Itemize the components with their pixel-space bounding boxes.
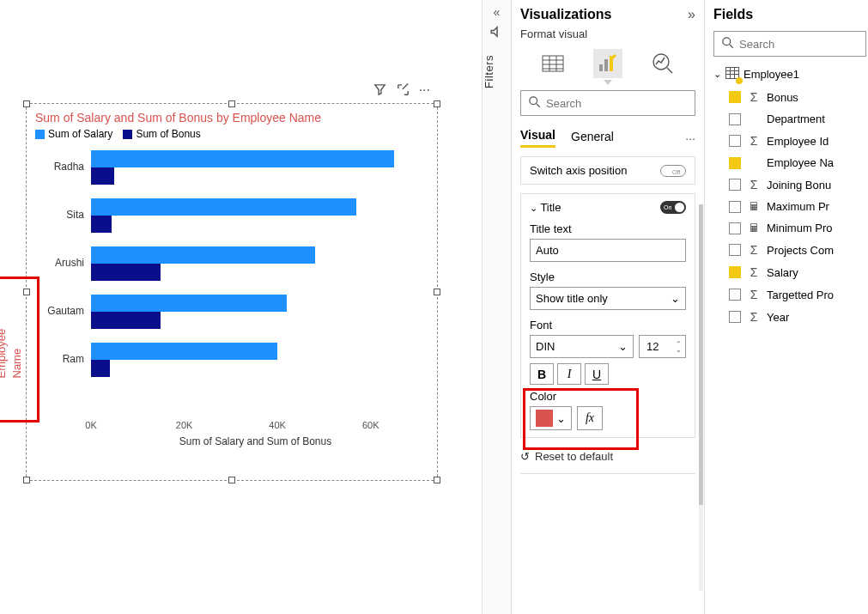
sigma-icon: Σ: [748, 90, 760, 104]
scrollbar[interactable]: [699, 204, 703, 591]
field-row[interactable]: ΣBonus: [713, 90, 868, 104]
resize-handle[interactable]: [434, 477, 440, 483]
bar-bonus[interactable]: [91, 360, 110, 377]
expand-filters-icon[interactable]: «: [483, 5, 511, 19]
filter-icon[interactable]: [373, 82, 387, 100]
reset-icon: ↺: [520, 450, 530, 463]
bar-group: Ram: [91, 337, 420, 386]
font-family-select[interactable]: DIN ⌄: [530, 335, 634, 358]
switch-axis-toggle[interactable]: Off: [660, 165, 686, 177]
title-text-input[interactable]: Auto: [530, 239, 686, 262]
field-name-label: Employee Id: [767, 135, 829, 148]
bar-bonus[interactable]: [91, 216, 112, 233]
field-checkbox[interactable]: [729, 179, 741, 191]
field-name-label: Projects Com: [767, 244, 834, 257]
resize-handle[interactable]: [23, 477, 30, 483]
bar-salary[interactable]: [91, 295, 287, 312]
field-row[interactable]: 🖩Minimum Pro: [713, 222, 868, 234]
category-label: Ram: [31, 353, 84, 365]
bar-bonus[interactable]: [91, 167, 114, 185]
font-size-input[interactable]: 12 ⌃⌄: [639, 335, 686, 358]
field-checkbox[interactable]: [729, 201, 741, 213]
build-visual-icon[interactable]: [538, 49, 568, 78]
more-options-icon[interactable]: ···: [419, 82, 430, 100]
sigma-icon: Σ: [748, 288, 760, 301]
announce-icon[interactable]: [483, 24, 511, 43]
tab-general[interactable]: General: [571, 130, 614, 147]
x-tick: 0K: [85, 420, 96, 430]
field-checkbox[interactable]: [729, 113, 741, 125]
field-checkbox[interactable]: [729, 289, 741, 301]
bold-button[interactable]: B: [530, 363, 554, 385]
field-checkbox[interactable]: [729, 135, 741, 147]
fields-search[interactable]: [713, 31, 866, 57]
svg-line-10: [667, 68, 672, 73]
sigma-icon: Σ: [748, 134, 760, 148]
field-row[interactable]: Department: [713, 112, 868, 125]
visualizations-pane: Visualizations » Format visual Visual Ge…: [512, 0, 705, 614]
field-row[interactable]: ΣYear: [713, 310, 868, 324]
bar-bonus[interactable]: [91, 264, 161, 281]
switch-axis-row: Switch axis position Off: [520, 156, 695, 185]
field-row[interactable]: ΣSalary: [713, 265, 868, 279]
bar-salary[interactable]: [91, 246, 315, 264]
bar-group: Gautam: [91, 289, 420, 337]
bar-salary[interactable]: [91, 150, 394, 167]
bar-salary[interactable]: [91, 343, 277, 360]
title-accordion: ⌄ Title On Title text Auto Style Show ti…: [520, 193, 695, 438]
field-row[interactable]: Employee Na: [713, 156, 868, 169]
resize-handle[interactable]: [434, 100, 440, 107]
resize-handle[interactable]: [228, 477, 235, 483]
bar-bonus[interactable]: [91, 312, 161, 329]
field-checkbox[interactable]: [729, 244, 741, 256]
resize-handle[interactable]: [23, 100, 30, 107]
svg-line-14: [730, 45, 733, 48]
svg-point-11: [530, 97, 537, 105]
fields-search-input[interactable]: [739, 38, 859, 51]
tab-visual[interactable]: Visual: [520, 128, 555, 148]
chart-visual[interactable]: ··· Sum of Salary and Sum of Bonus by Em…: [26, 103, 438, 481]
legend-swatch-bonus: [123, 130, 132, 139]
style-select[interactable]: Show title only ⌄: [530, 287, 686, 310]
field-checkbox[interactable]: [729, 91, 741, 103]
reset-to-default[interactable]: ↺ Reset to default: [520, 450, 695, 463]
collapse-viz-icon[interactable]: »: [688, 7, 695, 22]
field-checkbox[interactable]: [729, 311, 741, 323]
highlight-annotation: Employee Name: [0, 277, 39, 423]
bar-salary[interactable]: [91, 198, 356, 216]
font-label: Font: [530, 319, 686, 331]
field-row[interactable]: ΣEmployee Id: [713, 134, 868, 148]
field-checkbox[interactable]: [729, 157, 741, 169]
title-accordion-header[interactable]: ⌄ Title On: [530, 201, 686, 214]
viz-search[interactable]: [520, 90, 695, 116]
report-canvas[interactable]: ··· Sum of Salary and Sum of Bonus by Em…: [0, 0, 482, 614]
viz-search-input[interactable]: [546, 97, 688, 110]
field-name-label: Bonus: [767, 91, 798, 104]
fields-title: Fields: [713, 7, 753, 22]
chart-title: Sum of Salary and Sum of Bonus by Employ…: [27, 104, 437, 128]
calculator-icon: 🖩: [748, 200, 760, 213]
field-checkbox[interactable]: [729, 266, 741, 278]
field-row[interactable]: ΣProjects Com: [713, 243, 868, 257]
underline-button[interactable]: U: [585, 363, 609, 385]
focus-mode-icon[interactable]: [396, 82, 410, 100]
resize-handle[interactable]: [228, 100, 235, 107]
field-name-label: Salary: [767, 266, 798, 279]
title-toggle[interactable]: On: [660, 201, 686, 214]
x-axis-label: Sum of Salary and Sum of Bonus: [91, 435, 420, 447]
spin-down-icon[interactable]: ⌄: [676, 347, 682, 353]
italic-button[interactable]: I: [557, 363, 581, 385]
tabs-more-icon[interactable]: ···: [685, 131, 695, 145]
field-row[interactable]: 🖩Maximum Pr: [713, 200, 868, 213]
format-visual-icon[interactable]: [593, 49, 622, 78]
field-row[interactable]: ΣJoining Bonu: [713, 178, 868, 191]
chart-legend: Sum of Salary Sum of Bonus: [27, 128, 437, 145]
field-checkbox[interactable]: [729, 222, 741, 234]
table-employee1[interactable]: ⌄ Employee1: [713, 67, 868, 82]
table-icon: [725, 67, 739, 82]
filters-label[interactable]: Filters: [483, 55, 495, 88]
field-row[interactable]: ΣTargetted Pro: [713, 288, 868, 301]
field-name-label: Department: [767, 112, 825, 125]
analytics-icon[interactable]: [648, 49, 677, 78]
style-label: Style: [530, 271, 686, 283]
